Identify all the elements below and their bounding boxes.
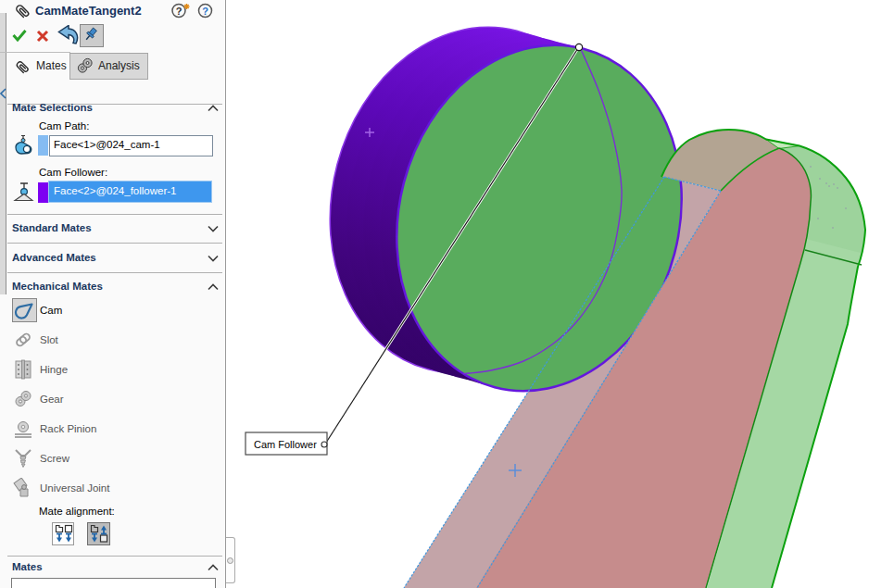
svg-text:?: ?	[176, 6, 183, 17]
svg-text:?: ?	[202, 6, 208, 17]
svg-text:Cam Follower: Cam Follower	[254, 439, 317, 450]
